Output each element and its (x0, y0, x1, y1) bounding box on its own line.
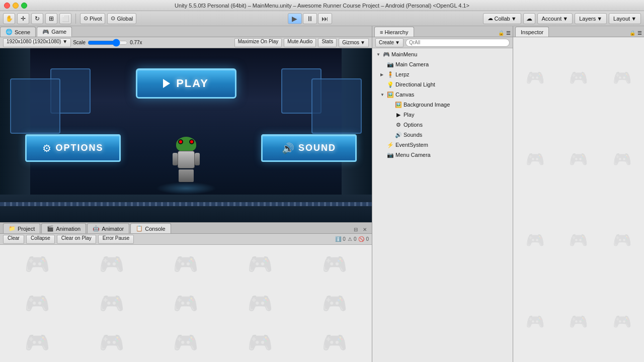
bottom-panel-collapse-icon[interactable]: ⊟ (352, 225, 360, 233)
character-arm-right (195, 153, 200, 165)
hierarchy-item-eventsystem[interactable]: ⚡ EventSystem (372, 140, 513, 150)
play-button[interactable]: ▶ (288, 13, 302, 24)
hierarchy-item-dir-light[interactable]: 💡 Directional Light (372, 79, 513, 89)
inspector-tab[interactable]: Inspector (515, 27, 549, 37)
hierarchy-tab[interactable]: ≡ Hierarchy (374, 27, 414, 37)
insp-wm-12: 🎮 (600, 281, 644, 363)
lerpz-icon: 🧍 (387, 71, 394, 78)
layout-arrow-icon: ▼ (631, 16, 636, 22)
options-game-button[interactable]: ⚙ OPTIONS (25, 134, 121, 162)
inspector-panel: Inspector 🔒 ☰ 🎮 🎮 🎮 🎮 🎮 🎮 🎮 🎮 � (513, 26, 644, 362)
hand-tool-button[interactable]: ✋ (3, 13, 15, 24)
bottom-tabs: 📁 Project 🎬 Animation 🤖 Animator 📋 Conso… (0, 223, 372, 234)
hierarchy-menu-icon[interactable]: ☰ (506, 30, 511, 36)
play-game-button[interactable]: PLAY (136, 68, 236, 99)
maximize-on-play-button[interactable]: Maximize On Play (234, 38, 282, 47)
gizmos-button[interactable]: Gizmos ▼ (339, 38, 369, 47)
sound-game-button[interactable]: 🔊 SOUND (261, 134, 357, 162)
clear-on-play-button[interactable]: Clear on Play (57, 235, 96, 244)
gizmos-arrow-icon: ▼ (360, 40, 365, 45)
account-button[interactable]: Account ▼ (537, 13, 573, 24)
mainmenu-scene-icon: 🎮 (383, 51, 390, 58)
character (169, 137, 204, 182)
clear-button[interactable]: Clear (3, 235, 24, 244)
hierarchy-icon: ≡ (380, 29, 383, 35)
step-button[interactable]: ⏭ (318, 13, 332, 24)
collab-button[interactable]: ☁ Collab ▼ (483, 13, 521, 24)
cloud-button[interactable]: ☁ (523, 13, 535, 24)
hierarchy-item-lerpz[interactable]: ▶ 🧍 Lerpz (372, 69, 513, 79)
character-eye-right (189, 139, 194, 144)
eventsys-icon: ⚡ (387, 142, 394, 148)
rect-tool-button[interactable]: ⬜ (59, 13, 71, 24)
close-button[interactable] (4, 3, 10, 9)
hierarchy-item-canvas[interactable]: ▼ 🖼️ Canvas (372, 89, 513, 100)
create-button[interactable]: Create ▼ (375, 38, 404, 47)
hierarchy-item-mainmenu[interactable]: ▼ 🎮 MainMenu (372, 49, 513, 59)
maximize-button[interactable] (21, 3, 27, 9)
toolbar-separator-1 (75, 14, 76, 24)
hierarchy-item-main-camera[interactable]: 📷 Main Camera (372, 59, 513, 69)
ground-rail (0, 195, 372, 222)
menucam-icon: 📷 (387, 152, 394, 158)
bottom-toolbar: Clear Collapse Clear on Play Error Pause… (0, 234, 372, 245)
move-tool-button[interactable]: ✛ (17, 13, 29, 24)
hierarchy-item-label-canvas: Canvas (395, 92, 414, 98)
game-tab[interactable]: 🎮 Game (37, 27, 72, 37)
animator-tab[interactable]: 🤖 Animator (87, 223, 129, 233)
inspector-content: 🎮 🎮 🎮 🎮 🎮 🎮 🎮 🎮 🎮 🎮 🎮 🎮 (513, 37, 644, 362)
bottom-panel-close-icon[interactable]: ✕ (361, 225, 369, 233)
pivot-button[interactable]: ⊙ Pivot (80, 13, 105, 24)
layout-button[interactable]: Layout ▼ (609, 13, 641, 24)
canvas-icon: 🖼️ (387, 92, 394, 98)
project-tab[interactable]: 📁 Project (3, 223, 40, 233)
scene-tab[interactable]: 🌐 Scene (0, 27, 36, 37)
sound-button-label: SOUND (298, 143, 336, 153)
hierarchy-item-play[interactable]: ▶ Play (372, 110, 513, 120)
animator-icon: 🤖 (93, 225, 100, 232)
mute-audio-button[interactable]: Mute Audio (284, 38, 316, 47)
canvas-arrow-icon: ▼ (380, 93, 385, 97)
minimize-button[interactable] (13, 3, 19, 9)
pivot-radio: ⊙ (84, 15, 88, 22)
hierarchy-item-options[interactable]: ⚙ Options (372, 120, 513, 130)
scale-tool-button[interactable]: ⊞ (45, 13, 57, 24)
bottom-panel: 📁 Project 🎬 Animation 🤖 Animator 📋 Conso… (0, 222, 372, 362)
stats-button[interactable]: Stats (318, 38, 337, 47)
layers-label: Layers (579, 16, 596, 22)
hierarchy-item-sounds[interactable]: 🔊 Sounds (372, 130, 513, 140)
console-tab[interactable]: 📋 Console (130, 223, 171, 233)
wm-6: 🎮 (0, 284, 74, 323)
bgimg-icon: 🖼️ (395, 102, 402, 108)
insp-wm-2: 🎮 (557, 37, 601, 119)
hierarchy-item-background-image[interactable]: 🖼️ Background Image (372, 100, 513, 110)
error-pause-button[interactable]: Error Pause (98, 235, 134, 244)
layers-button[interactable]: Layers ▼ (575, 13, 607, 24)
hierarchy-item-menu-camera[interactable]: 📷 Menu Camera (372, 150, 513, 160)
play-item-icon: ▶ (395, 112, 402, 118)
scale-slider[interactable] (88, 40, 128, 45)
hierarchy-lock-icon[interactable]: 🔒 (498, 30, 504, 36)
wm-13: 🎮 (149, 323, 223, 362)
insp-wm-8: 🎮 (557, 200, 601, 281)
collab-label: Collab (494, 16, 510, 22)
hierarchy-search-input[interactable] (406, 39, 510, 47)
inspector-lock-icon[interactable]: 🔒 (629, 30, 635, 36)
hierarchy-toolbar: Create ▼ (372, 37, 513, 48)
console-icon: 📋 (136, 225, 143, 232)
play-controls: ▶ ⏸ ⏭ (288, 13, 332, 24)
inspector-menu-icon[interactable]: ☰ (637, 30, 642, 36)
animation-tab[interactable]: 🎬 Animation (41, 223, 86, 233)
scale-label: Scale (73, 40, 86, 45)
resolution-dropdown[interactable]: 1920x1080 (1920x1080) ▼ (3, 38, 71, 47)
hierarchy-item-label-play: Play (404, 112, 414, 118)
watermark-pattern: 🎮 🎮 🎮 🎮 🎮 🎮 🎮 🎮 🎮 🎮 🎮 🎮 🎮 🎮 🎮 (0, 245, 372, 362)
insp-wm-5: 🎮 (557, 119, 601, 200)
rotate-tool-button[interactable]: ↻ (31, 13, 43, 24)
global-button[interactable]: ⊙ Global (107, 13, 136, 24)
character-eye-left (178, 139, 183, 144)
character-legs (179, 169, 194, 182)
insp-wm-1: 🎮 (513, 37, 557, 119)
pause-button[interactable]: ⏸ (303, 13, 317, 24)
collapse-button[interactable]: Collapse (26, 235, 55, 244)
